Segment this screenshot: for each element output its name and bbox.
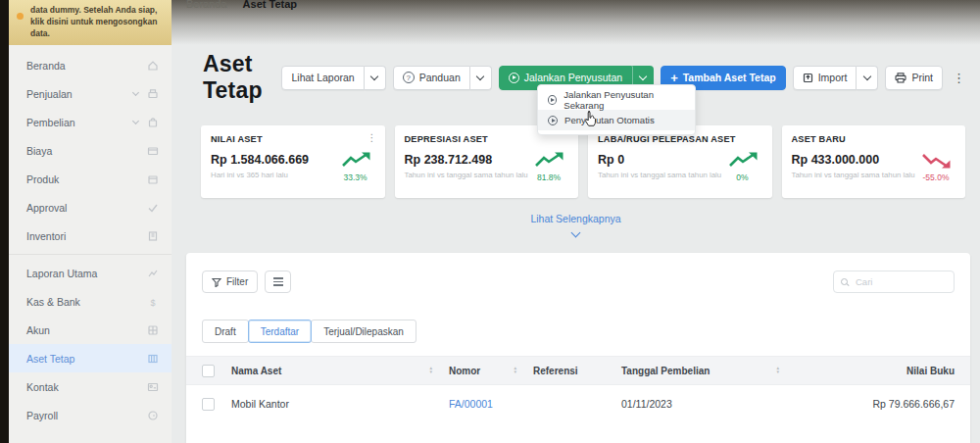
sidebar-item-kas-bank[interactable]: Kas & Bank $ (9, 287, 172, 316)
see-more: Lihat Selengkapnya (172, 209, 980, 236)
lihat-laporan-split: Lihat Laporan (281, 66, 385, 90)
sidebar-item-aset-tetap[interactable]: Aset Tetap (9, 344, 172, 372)
expense-card-icon (147, 145, 159, 157)
sales-icon (147, 88, 159, 100)
sidebar-item-biaya[interactable]: Biaya (9, 136, 172, 165)
trend-down-icon: -55.0% (919, 152, 953, 182)
dummy-data-notice[interactable]: data dummy. Setelah Anda siap, klik disi… (9, 0, 172, 45)
trend-up-icon: 0% (726, 152, 760, 182)
search-input[interactable] (854, 275, 947, 288)
col-header-nama-aset: Nama Aset (231, 366, 281, 376)
sidebar-item-produk[interactable]: Produk (9, 165, 172, 193)
menu-item-penyusutan-otomatis[interactable]: Penyusutan Otomatis (538, 110, 695, 130)
card-title: ASET BARU (792, 134, 956, 144)
menu-item-jalankan-penyusutan-sekarang[interactable]: Jalankan Penyusutan Sekarang (538, 89, 695, 110)
cell-nomor-link[interactable]: FA/00001 (449, 398, 493, 410)
card-title: DEPRESIASI ASET (405, 134, 569, 144)
play-circle-icon (548, 95, 557, 105)
trend-percent: 81.8% (532, 172, 565, 182)
panduan-button[interactable]: ?Panduan (393, 66, 470, 90)
row-checkbox[interactable] (202, 398, 215, 411)
card-title: LABA/RUGI PELEPASAN ASET (598, 134, 762, 144)
sidebar-item-label: Beranda (26, 60, 147, 72)
select-all-checkbox[interactable] (202, 365, 215, 377)
product-box-icon (147, 173, 159, 185)
sidebar-item-label: Kontak (26, 381, 147, 393)
sidebar-item-kontak[interactable]: Kontak (9, 372, 172, 401)
purchase-bag-icon (147, 117, 159, 128)
filter-button[interactable]: Filter (202, 271, 258, 293)
trend-up-icon: 33.3% (339, 152, 372, 182)
plus-icon: + (670, 72, 678, 84)
sidebar-item-label: Biaya (26, 145, 147, 157)
breadcrumb-current: Aset Tetap (243, 0, 297, 10)
chevron-down-icon (370, 72, 378, 79)
chevron-down-icon (132, 89, 139, 96)
card-title: NILAI ASET (211, 134, 375, 144)
cell-nilai-buku: Rp 79.666.666,67 (873, 398, 956, 410)
lihat-laporan-button[interactable]: Lihat Laporan (281, 66, 364, 90)
cell-tanggal-pembelian: 01/11/2023 (621, 398, 672, 410)
card-aset-baru: ASET BARU Rp 433.000.000 Tahun ini vs ta… (782, 125, 966, 198)
sort-icon[interactable]: ▲▼ (513, 367, 517, 374)
sort-icon[interactable]: ▲▼ (775, 367, 780, 374)
contact-icon (147, 381, 159, 393)
account-grid-icon (147, 324, 159, 336)
tab-terdaftar[interactable]: Terdaftar (248, 320, 312, 343)
filter-funnel-icon (212, 277, 221, 287)
print-icon (895, 73, 906, 83)
list-view-button[interactable] (265, 271, 291, 293)
sidebar-item-payroll[interactable]: Payroll (9, 401, 172, 429)
search-box (833, 271, 955, 293)
panduan-caret-button[interactable] (470, 66, 492, 90)
print-button[interactable]: Print (885, 66, 943, 90)
card-nilai-aset: NILAI ASET ⋮ Rp 1.584.066.669 Hari ini v… (201, 125, 385, 198)
mouse-cursor-hand (584, 110, 599, 131)
table-header-row: Nama Aset▲▼ Nomor▲▼ Referensi Tanggal Pe… (186, 356, 970, 385)
tab-terjual-dilepaskan[interactable]: Terjual/Dilepaskan (311, 320, 416, 343)
sidebar-item-pembelian[interactable]: Pembelian (9, 108, 172, 136)
sidebar-item-label: Produk (26, 173, 147, 185)
svg-text:$: $ (151, 297, 156, 307)
sidebar-item-beranda[interactable]: Beranda (9, 51, 172, 79)
filter-label: Filter (226, 276, 248, 287)
import-icon (803, 73, 813, 83)
lihat-laporan-caret-button[interactable] (365, 66, 386, 90)
stat-cards-row: NILAI ASET ⋮ Rp 1.584.066.669 Hari ini v… (201, 125, 965, 198)
sidebar-item-laporan-utama[interactable]: Laporan Utama (9, 259, 172, 287)
cash-dollar-icon: $ (147, 296, 159, 308)
breadcrumb-parent[interactable]: Beranda (186, 0, 227, 10)
col-header-nomor: Nomor (449, 366, 480, 376)
home-icon (147, 60, 159, 72)
payroll-icon (147, 410, 159, 421)
asset-table-panel: Filter Draft Terdaftar Terjual/Dilepaska… (186, 253, 970, 443)
list-icon (273, 277, 283, 285)
lihat-selengkapnya-link[interactable]: Lihat Selengkapnya (530, 213, 620, 224)
sort-icon[interactable]: ▲▼ (428, 367, 433, 374)
notice-text: data dummy. Setelah Anda siap, klik disi… (30, 5, 157, 38)
sidebar-divider (9, 254, 172, 255)
approval-check-icon (147, 202, 159, 214)
chevron-down-icon (476, 72, 484, 79)
trend-up-icon: 81.8% (532, 152, 565, 182)
play-circle-icon (509, 73, 519, 83)
table-row[interactable]: Mobil Kantor FA/00001 01/11/2023 Rp 79.6… (186, 385, 970, 422)
sidebar-item-akun[interactable]: Akun (9, 316, 172, 344)
chevron-down-icon[interactable] (571, 228, 581, 238)
sidebar-item-penjualan[interactable]: Penjualan (9, 79, 172, 108)
sidebar-item-inventori[interactable]: Inventori (9, 222, 172, 250)
col-header-referensi: Referensi (533, 366, 578, 376)
sidebar-item-approval[interactable]: Approval (9, 193, 172, 222)
more-options-icon[interactable]: ⋮ (950, 71, 968, 85)
import-caret-button[interactable] (857, 66, 878, 90)
chevron-down-icon (863, 72, 871, 79)
trend-percent: 0% (726, 172, 760, 182)
left-dark-edge (0, 0, 9, 443)
inventory-building-icon (147, 230, 159, 242)
import-button[interactable]: Import (793, 66, 858, 90)
card-laba-rugi-pelepasan: LABA/RUGI PELEPASAN ASET Rp 0 Tahun ini … (588, 125, 772, 198)
sidebar-item-label: Akun (26, 324, 147, 336)
tab-draft[interactable]: Draft (202, 320, 249, 343)
card-menu-icon[interactable]: ⋮ (368, 132, 377, 143)
sidebar-item-label: Payroll (26, 410, 147, 421)
